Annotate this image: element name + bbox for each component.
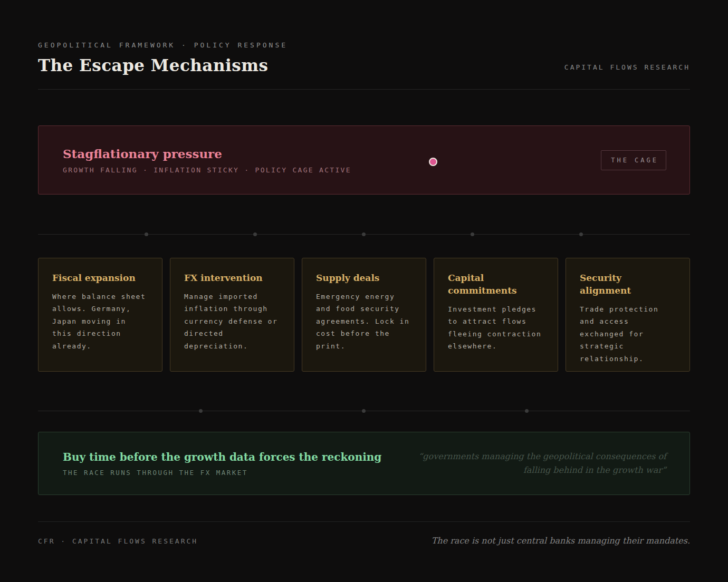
header-row: The Escape Mechanisms CAPITAL FLOWS RESE… bbox=[38, 56, 690, 75]
card-security-alignment: Security alignment Trade protection and … bbox=[566, 258, 690, 372]
pressure-banner: Stagflationary pressure GROWTH FALLING ·… bbox=[38, 125, 690, 195]
outcome-subtitle: THE RACE RUNS THROUGH THE FX MARKET bbox=[63, 469, 381, 477]
card-title: Security alignment bbox=[580, 272, 676, 297]
card-body: Manage imported inflation through curren… bbox=[184, 290, 280, 353]
top-rail bbox=[38, 230, 690, 238]
page: GEOPOLITICAL FRAMEWORK · POLICY RESPONSE… bbox=[38, 0, 690, 546]
rail-dot bbox=[525, 409, 529, 413]
card-supply-deals: Supply deals Emergency energy and food s… bbox=[302, 258, 426, 372]
footer-brand: CFR · CAPITAL FLOWS RESEARCH bbox=[38, 537, 198, 545]
rail-dot bbox=[199, 409, 203, 413]
footer-row: CFR · CAPITAL FLOWS RESEARCH The race is… bbox=[38, 536, 690, 546]
card-fiscal-expansion: Fiscal expansion Where balance sheet all… bbox=[38, 258, 162, 372]
the-cage-button[interactable]: THE CAGE bbox=[601, 150, 666, 170]
rail-dot bbox=[579, 232, 583, 236]
outcome-title: Buy time before the growth data forces t… bbox=[63, 451, 381, 463]
outcome-text-block: Buy time before the growth data forces t… bbox=[63, 451, 381, 477]
card-body: Emergency energy and food security agree… bbox=[316, 290, 412, 353]
pulse-dot-icon bbox=[429, 158, 437, 166]
card-title: Capital commitments bbox=[448, 272, 544, 297]
bottom-rail bbox=[38, 407, 690, 415]
rail-dot bbox=[362, 409, 366, 413]
rail-dot bbox=[145, 232, 148, 236]
footer-divider bbox=[38, 521, 690, 522]
header-eyebrow: GEOPOLITICAL FRAMEWORK · POLICY RESPONSE bbox=[38, 41, 690, 49]
outcome-quote: “governments managing the geopolitical c… bbox=[392, 450, 666, 478]
card-capital-commitments: Capital commitments Investment pledges t… bbox=[434, 258, 558, 372]
card-fx-intervention: FX intervention Manage imported inflatio… bbox=[170, 258, 294, 372]
org-label: CAPITAL FLOWS RESEARCH bbox=[564, 63, 690, 75]
pressure-text-block: Stagflationary pressure GROWTH FALLING ·… bbox=[63, 147, 351, 174]
rail-dot bbox=[253, 232, 257, 236]
rail-dot bbox=[362, 232, 366, 236]
mechanism-cards-row: Fiscal expansion Where balance sheet all… bbox=[38, 258, 690, 372]
rail-dot bbox=[471, 232, 474, 236]
card-title: Fiscal expansion bbox=[52, 272, 148, 285]
footer-note: The race is not just central banks manag… bbox=[432, 536, 690, 546]
header-divider bbox=[38, 89, 690, 90]
card-body: Investment pledges to attract flows flee… bbox=[448, 303, 544, 353]
outcome-banner: Buy time before the growth data forces t… bbox=[38, 432, 690, 495]
pressure-title: Stagflationary pressure bbox=[63, 147, 351, 161]
card-body: Trade protection and access exchanged fo… bbox=[580, 303, 676, 365]
card-body: Where balance sheet allows. Germany, Jap… bbox=[52, 290, 148, 353]
page-title: The Escape Mechanisms bbox=[38, 56, 268, 75]
card-title: FX intervention bbox=[184, 272, 280, 285]
card-title: Supply deals bbox=[316, 272, 412, 285]
pressure-subtitle: GROWTH FALLING · INFLATION STICKY · POLI… bbox=[63, 166, 351, 174]
